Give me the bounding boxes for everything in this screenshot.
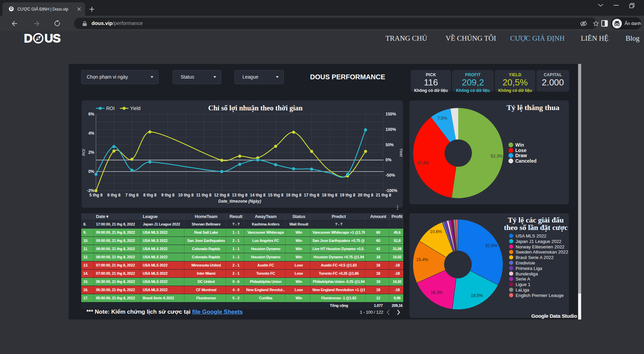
svg-text:21 thg 8: 21 thg 8 xyxy=(376,193,391,198)
svg-text:Date_timezone (Ngày): Date_timezone (Ngày) xyxy=(218,199,261,204)
svg-text:14 thg 8: 14 thg 8 xyxy=(250,193,266,198)
svg-text:Brasil Serie A 2022: Brasil Serie A 2022 xyxy=(516,255,554,260)
svg-text:ROI: ROI xyxy=(106,106,115,111)
svg-text:USA MLS 2022: USA MLS 2022 xyxy=(516,233,546,239)
svg-text:15,4%: 15,4% xyxy=(416,257,428,262)
svg-text:8 thg 8: 8 thg 8 xyxy=(143,193,157,198)
svg-text:19 thg 8: 19 thg 8 xyxy=(340,193,355,198)
svg-text:-100%: -100% xyxy=(386,188,397,193)
svg-text:12 thg 8: 12 thg 8 xyxy=(214,193,230,198)
svg-text:-2%: -2% xyxy=(87,188,95,193)
svg-text:Yield: Yield xyxy=(130,106,141,111)
svg-text:English Premier Leauge: English Premier Leauge xyxy=(516,293,564,298)
svg-text:9 thg 8: 9 thg 8 xyxy=(161,193,174,198)
svg-text:7 thg 8: 7 thg 8 xyxy=(125,193,139,198)
svg-text:-50%: -50% xyxy=(386,173,395,178)
svg-text:Yield: Yield xyxy=(399,148,403,157)
svg-text:50%: 50% xyxy=(386,142,394,147)
svg-text:16,3%: 16,3% xyxy=(431,290,443,295)
svg-text:52,3%: 52,3% xyxy=(491,154,503,159)
svg-text:37,4%: 37,4% xyxy=(417,161,429,165)
svg-text:Tỷ lệ thắng thua: Tỷ lệ thắng thua xyxy=(507,103,560,112)
svg-text:5 thg 8: 5 thg 8 xyxy=(89,193,103,198)
svg-text:17 thg 8: 17 thg 8 xyxy=(304,193,320,198)
svg-text:Lose: Lose xyxy=(515,148,527,153)
svg-text:4%: 4% xyxy=(88,131,95,136)
svg-text:Win: Win xyxy=(515,142,524,148)
svg-text:Japan J1 League 2022: Japan J1 League 2022 xyxy=(516,239,561,244)
svg-text:Primeira Liga: Primeira Liga xyxy=(516,266,542,271)
svg-text:Canceled: Canceled xyxy=(515,158,536,164)
svg-text:0%: 0% xyxy=(386,158,392,162)
svg-text:LaLiga: LaLiga xyxy=(516,287,529,292)
svg-text:Sweden Allsvenskan 2022: Sweden Allsvenskan 2022 xyxy=(516,249,568,255)
svg-text:Eredivisie: Eredivisie xyxy=(516,260,535,266)
svg-text:16 thg 8: 16 thg 8 xyxy=(286,193,302,198)
svg-text:Ligue 1: Ligue 1 xyxy=(516,282,530,287)
svg-text:20 thg 8: 20 thg 8 xyxy=(358,193,374,198)
svg-text:7,5%: 7,5% xyxy=(437,116,447,121)
svg-text:10,6%: 10,6% xyxy=(430,229,442,234)
svg-text:150%: 150% xyxy=(386,112,396,117)
svg-text:15 thg 8: 15 thg 8 xyxy=(268,193,284,198)
svg-text:13 thg 8: 13 thg 8 xyxy=(232,193,248,198)
svg-text:6%: 6% xyxy=(88,112,95,117)
svg-text:10 thg 8: 10 thg 8 xyxy=(178,193,194,198)
svg-text:ROI: ROI xyxy=(82,149,86,156)
svg-text:Bundesliga: Bundesliga xyxy=(516,271,538,276)
svg-text:Serie A: Serie A xyxy=(516,276,530,282)
svg-text:19,5%: 19,5% xyxy=(471,293,483,298)
svg-text:6 thg 8: 6 thg 8 xyxy=(107,193,121,198)
svg-text:32,5%: 32,5% xyxy=(485,243,497,248)
svg-text:theo số lần đặt cược: theo số lần đặt cược xyxy=(504,223,568,232)
svg-text:18 thg 8: 18 thg 8 xyxy=(322,193,338,198)
svg-text:Chỉ số lợi nhuận theo thời gia: Chỉ số lợi nhuận theo thời gian xyxy=(208,104,303,112)
svg-text:Draw: Draw xyxy=(515,153,527,158)
svg-text:0%: 0% xyxy=(88,169,95,174)
svg-text:11 thg 8: 11 thg 8 xyxy=(196,193,211,198)
svg-text:Norway Eliteserien 2022: Norway Eliteserien 2022 xyxy=(516,244,564,249)
svg-text:2%: 2% xyxy=(88,150,95,155)
svg-text:100%: 100% xyxy=(386,127,396,132)
